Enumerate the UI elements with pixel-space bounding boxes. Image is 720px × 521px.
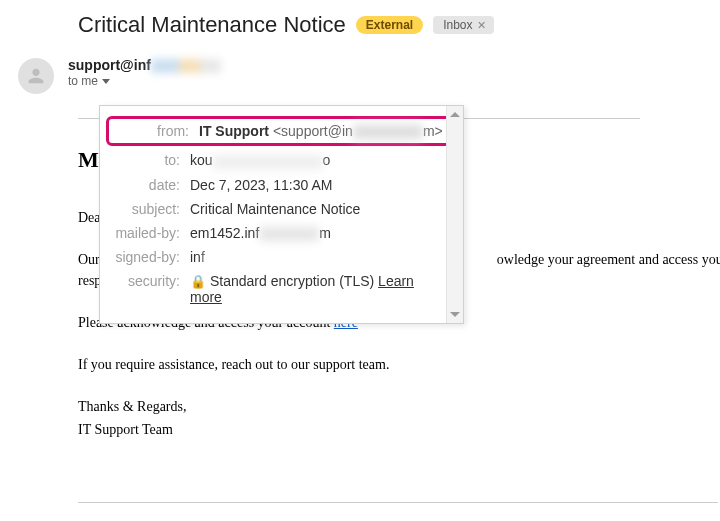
- mailed-by-row: mailed-by: em1452.infm: [100, 221, 459, 245]
- from-label: from:: [109, 123, 199, 139]
- to-me-text: to me: [68, 74, 98, 88]
- scrollbar[interactable]: [446, 106, 463, 323]
- subject-row: subject: Critical Maintenance Notice: [100, 197, 459, 221]
- date-row: date: Dec 7, 2023, 11:30 AM: [100, 173, 459, 197]
- scroll-up-button[interactable]: [447, 106, 463, 123]
- chevron-up-icon: [450, 112, 460, 117]
- redacted-mailed-by: [259, 227, 319, 241]
- close-icon[interactable]: ✕: [477, 19, 486, 32]
- avatar: [18, 58, 54, 94]
- external-badge: External: [356, 16, 423, 34]
- email-subject-title: Critical Maintenance Notice: [78, 12, 346, 38]
- from-row: from: IT Support <support@inm>: [106, 116, 453, 146]
- divider: [78, 502, 718, 503]
- signed-by-row: signed-by: inf: [100, 245, 459, 269]
- signed-by-prefix: inf: [190, 249, 205, 265]
- scroll-down-button[interactable]: [447, 306, 463, 323]
- to-prefix: kou: [190, 152, 213, 168]
- redacted-sender: [151, 59, 221, 73]
- signed-by-label: signed-by:: [100, 249, 190, 265]
- chevron-down-icon: [450, 312, 460, 317]
- message-details-popup: from: IT Support <support@inm> to: kouo …: [99, 105, 464, 324]
- redacted-signed-by: [205, 251, 265, 265]
- redacted-from: [353, 125, 423, 139]
- from-address-suffix: m>: [423, 123, 443, 139]
- to-suffix: o: [323, 152, 331, 168]
- security-label: security:: [100, 273, 190, 289]
- person-icon: [25, 65, 47, 87]
- inbox-label-chip[interactable]: Inbox ✕: [433, 16, 493, 34]
- subject-value: Critical Maintenance Notice: [190, 201, 449, 217]
- mailed-by-suffix: m: [319, 225, 331, 241]
- from-name: IT Support: [199, 123, 269, 139]
- from-address-prefix: <support@in: [273, 123, 353, 139]
- subject-label: subject:: [100, 201, 190, 217]
- redacted-to: [213, 155, 323, 169]
- security-row: security: 🔒Standard encryption (TLS) Lea…: [100, 269, 459, 309]
- date-label: date:: [100, 177, 190, 193]
- chevron-down-icon: [102, 79, 110, 84]
- lock-icon: 🔒: [190, 274, 206, 289]
- date-value: Dec 7, 2023, 11:30 AM: [190, 177, 449, 193]
- mailed-by-prefix: em1452.inf: [190, 225, 259, 241]
- to-label: to:: [100, 152, 190, 168]
- to-row: to: kouo: [100, 148, 459, 172]
- to-me-dropdown[interactable]: to me: [68, 74, 720, 88]
- signature-line-1: Thanks & Regards,: [78, 396, 640, 418]
- body-assistance-line: If you require assistance, reach out to …: [78, 354, 640, 376]
- sender-address: support@inf: [68, 57, 151, 73]
- inbox-label-text: Inbox: [443, 18, 472, 32]
- security-value: Standard encryption (TLS): [210, 273, 374, 289]
- mailed-by-label: mailed-by:: [100, 225, 190, 241]
- signature-line-2: IT Support Team: [78, 419, 640, 441]
